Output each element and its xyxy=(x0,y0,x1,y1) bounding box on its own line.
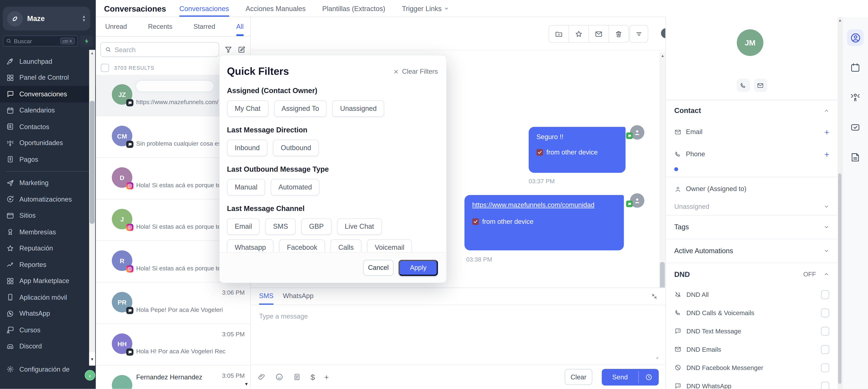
subtab-unread[interactable]: Unread xyxy=(105,17,127,36)
scroll-up-icon[interactable]: ▲ xyxy=(838,18,842,22)
dnd-facebook-toggle[interactable] xyxy=(821,363,829,372)
payment-request-icon[interactable]: $ xyxy=(311,372,315,381)
chat-scrollbar[interactable]: ▲ ▼ xyxy=(659,53,665,302)
owner-select[interactable]: Unassigned xyxy=(666,198,838,215)
filter-chip-sms[interactable]: SMS xyxy=(265,218,296,235)
sidebar-item-reportes[interactable]: Reportes xyxy=(0,257,96,273)
sidebar-collapse-button[interactable]: ‹ xyxy=(85,370,95,381)
sidebar-item-oportunidades[interactable]: Oportunidades xyxy=(0,135,96,151)
templates-icon[interactable] xyxy=(293,373,301,381)
sidebar-item-launchpad[interactable]: Launchpad xyxy=(0,53,96,69)
tags-section-header[interactable]: Tags xyxy=(666,215,838,239)
sidebar-item-app-marketplace[interactable]: App Marketplace xyxy=(0,273,96,289)
sidebar-scrollbar[interactable]: ▲ xyxy=(89,50,95,365)
chevron-up-icon[interactable] xyxy=(824,108,829,113)
tab-plantillas[interactable]: Plantillas (Extractos) xyxy=(322,0,385,17)
list-scroll-down-icon[interactable]: ▼ xyxy=(244,382,248,387)
sidebar-item-membresias[interactable]: Membresías xyxy=(0,224,96,240)
compose-icon[interactable] xyxy=(238,46,246,54)
filter-chip-inbound[interactable]: Inbound xyxy=(227,140,268,156)
send-button[interactable]: Send xyxy=(602,369,638,385)
rail-opportunities-button[interactable] xyxy=(847,89,864,106)
mark-read-email-button[interactable] xyxy=(589,26,609,42)
filter-chip-unassigned[interactable]: Unassigned xyxy=(333,100,384,117)
dnd-section-header[interactable]: DND OFF xyxy=(666,263,838,285)
sidebar-item-calendarios[interactable]: Calendarios xyxy=(0,102,96,118)
chevron-down-icon[interactable] xyxy=(824,248,829,254)
rail-tasks-button[interactable] xyxy=(847,119,864,136)
dnd-calls-toggle[interactable] xyxy=(821,308,829,317)
dnd-all-toggle[interactable] xyxy=(821,290,829,299)
add-phone-button[interactable]: + xyxy=(825,149,829,159)
active-automations-header[interactable]: Active Automations xyxy=(666,239,838,262)
clear-button[interactable]: Clear xyxy=(565,369,592,385)
rail-notes-button[interactable] xyxy=(847,149,864,166)
filter-chip-assigned-to[interactable]: Assigned To xyxy=(274,100,327,117)
composer-tab-whatsapp[interactable]: WhatsApp xyxy=(283,288,313,305)
conversation-row[interactable]: PR Hola Pepe! Por aca Ale Vogeleri 3:06 … xyxy=(96,282,250,324)
dnd-whatsapp-toggle[interactable] xyxy=(821,381,829,389)
select-all-checkbox[interactable] xyxy=(101,63,109,72)
emoji-icon[interactable] xyxy=(275,373,283,381)
subtab-all[interactable]: All xyxy=(236,17,244,36)
sidebar-item-sitios[interactable]: Sitios xyxy=(0,207,96,223)
add-more-icon[interactable]: + xyxy=(324,372,329,381)
conversation-row[interactable]: Fernandez Hernandez 3:05 PM xyxy=(96,366,250,389)
rail-appointments-button[interactable] xyxy=(847,59,864,76)
contact-panel-scrollbar[interactable]: ▲ xyxy=(838,17,842,389)
sidebar-item-aplicacion-movil[interactable]: Aplicación móvil xyxy=(0,289,96,305)
star-button[interactable] xyxy=(569,26,589,42)
call-contact-button[interactable] xyxy=(737,79,750,92)
sidebar-item-panel-de-control[interactable]: Panel de Control xyxy=(0,69,96,86)
sidebar-item-discord[interactable]: Discord xyxy=(0,338,96,354)
scroll-up-icon[interactable]: ▲ xyxy=(661,54,664,58)
resize-handle-icon[interactable] xyxy=(653,353,659,359)
tab-conversaciones[interactable]: Conversaciones xyxy=(179,0,229,17)
filter-chip-gbp[interactable]: GBP xyxy=(301,218,331,235)
contact-section-header[interactable]: Contact xyxy=(666,100,838,121)
sidebar-scrollbar-thumb[interactable] xyxy=(90,101,95,224)
tab-acciones-manuales[interactable]: Acciones Manuales xyxy=(246,0,306,17)
sidebar-item-cursos[interactable]: Cursos xyxy=(0,322,96,338)
tab-trigger-links[interactable]: Trigger Links xyxy=(402,0,449,17)
filter-sort-button[interactable] xyxy=(629,25,648,43)
filter-chip-automated[interactable]: Automated xyxy=(271,179,320,196)
quick-actions-button[interactable] xyxy=(80,35,93,47)
attachment-icon[interactable] xyxy=(257,373,266,381)
sidebar-scroll-down-button[interactable]: ▼ xyxy=(89,352,95,365)
message-input[interactable]: Type a message xyxy=(259,312,308,320)
conversation-search-input[interactable]: Search xyxy=(100,42,219,57)
filter-chip-my-chat[interactable]: My Chat xyxy=(227,100,268,117)
cancel-button[interactable]: Cancel xyxy=(363,260,394,276)
subtab-starred[interactable]: Starred xyxy=(193,17,215,36)
archive-folder-button[interactable] xyxy=(549,26,569,42)
sidebar-item-marketing[interactable]: Marketing xyxy=(0,175,96,191)
clear-filters-button[interactable]: Clear Filters xyxy=(393,67,438,75)
rail-contact-button[interactable] xyxy=(847,29,864,46)
subtab-recents[interactable]: Recents xyxy=(148,17,173,36)
filter-chip-outbound[interactable]: Outbound xyxy=(273,140,319,156)
scroll-up-icon[interactable]: ▲ xyxy=(90,51,94,55)
sidebar-item-contactos[interactable]: Contactos xyxy=(0,119,96,135)
sidebar-item-conversaciones[interactable]: Conversaciones xyxy=(0,86,96,102)
account-switcher[interactable]: Maze ▲▼ xyxy=(3,7,90,31)
sidebar-item-whatsapp[interactable]: WhatsApp xyxy=(0,305,96,322)
chevron-up-icon[interactable] xyxy=(824,271,829,277)
schedule-send-button[interactable] xyxy=(639,369,659,385)
collapse-composer-icon[interactable] xyxy=(651,293,658,300)
sidebar-item-pagos[interactable]: Pagos xyxy=(0,151,96,168)
filter-funnel-icon[interactable] xyxy=(224,46,232,54)
next-conversation-button[interactable]: › xyxy=(661,28,665,38)
sidebar-item-automatizaciones[interactable]: Automatizaciones xyxy=(0,191,96,207)
delete-button[interactable] xyxy=(609,26,628,42)
apply-button[interactable]: Apply xyxy=(399,260,438,276)
message-link[interactable]: https://www.mazefunnels.com/comunidad xyxy=(472,201,616,209)
email-contact-button[interactable] xyxy=(754,79,767,92)
filter-chip-email[interactable]: Email xyxy=(227,218,260,235)
filter-chip-manual[interactable]: Manual xyxy=(227,179,265,196)
composer-tab-sms[interactable]: SMS xyxy=(259,288,274,305)
sidebar-item-configuracion[interactable]: Configuración de xyxy=(0,361,96,378)
dnd-text-toggle[interactable] xyxy=(821,327,829,335)
filter-chip-live-chat[interactable]: Live Chat xyxy=(337,218,382,235)
add-email-button[interactable]: + xyxy=(825,127,829,137)
